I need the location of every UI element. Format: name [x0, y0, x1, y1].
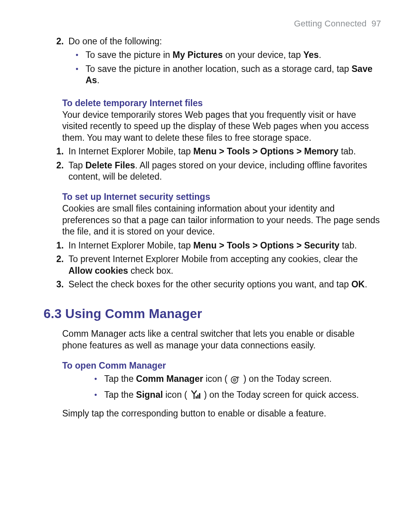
- page-number: 97: [371, 19, 381, 28]
- numbered-list: 1. In Internet Explorer Mobile, tap Menu…: [44, 240, 381, 290]
- step-number: 1.: [44, 146, 68, 157]
- running-header: Getting Connected 97: [44, 19, 381, 29]
- step-body: In Internet Explorer Mobile, tap Menu > …: [68, 240, 381, 251]
- bullet-text: Tap the Comm Manager icon ( ) on the Tod…: [104, 373, 381, 387]
- step-number: 2.: [44, 160, 68, 183]
- section-heading: 6.3 Using Comm Manager: [44, 306, 381, 321]
- bullet-icon: •: [87, 373, 104, 387]
- step-number: 3.: [44, 279, 68, 290]
- bullet-text: Tap the Signal icon ( ) on the Today scr…: [104, 389, 381, 402]
- numbered-list: 2. Do one of the following: • To save th…: [44, 36, 381, 89]
- step-body: To prevent Internet Explorer Mobile from…: [68, 254, 381, 276]
- list-item: • To save the picture in My Pictures on …: [68, 49, 381, 61]
- paragraph: Cookies are small files containing infor…: [44, 203, 381, 237]
- subheading-security: To set up Internet security settings: [44, 192, 381, 202]
- section-number: 6.3: [44, 306, 61, 321]
- step-number: 2.: [44, 254, 68, 276]
- bullet-list: • To save the picture in My Pictures on …: [68, 49, 381, 86]
- paragraph: Comm Manager acts like a central switche…: [44, 328, 381, 351]
- step-lead: Do one of the following:: [68, 36, 381, 47]
- manual-page: Getting Connected 97 2. Do one of the fo…: [0, 0, 420, 516]
- open-comm-block: • Tap the Comm Manager icon ( ) on the T…: [44, 373, 381, 402]
- step-body: In Internet Explorer Mobile, tap Menu > …: [68, 146, 381, 157]
- bullet-text: To save the picture in another location,…: [86, 63, 381, 86]
- bullet-icon: •: [68, 63, 86, 86]
- section-title: Using Comm Manager: [65, 306, 202, 321]
- signal-icon: [191, 390, 201, 402]
- step-body: Select the check boxes for the other sec…: [68, 279, 381, 290]
- svg-rect-6: [199, 393, 200, 399]
- bullet-text: To save the picture in My Pictures on yo…: [86, 49, 381, 61]
- step-body: Tap Delete Files. All pages stored on yo…: [68, 160, 381, 183]
- paragraph: Simply tap the corresponding button to e…: [44, 408, 381, 419]
- bullet-icon: •: [87, 389, 104, 402]
- subheading-delete-temp: To delete temporary Internet files: [44, 98, 381, 108]
- bullet-icon: •: [68, 49, 86, 61]
- svg-rect-4: [196, 396, 197, 399]
- step-body: Do one of the following: • To save the p…: [68, 36, 381, 89]
- subheading-open-comm: To open Comm Manager: [44, 360, 381, 371]
- list-item: 3. Select the check boxes for the other …: [44, 279, 381, 290]
- list-item: 2. Tap Delete Files. All pages stored on…: [44, 160, 381, 183]
- list-item: 1. In Internet Explorer Mobile, tap Menu…: [44, 240, 381, 251]
- paragraph: Your device temporarily stores Web pages…: [44, 109, 381, 143]
- numbered-list: 1. In Internet Explorer Mobile, tap Menu…: [44, 146, 381, 182]
- bullet-list: • Tap the Comm Manager icon ( ) on the T…: [87, 373, 381, 402]
- svg-point-2: [234, 380, 235, 380]
- chapter-name: Getting Connected: [294, 19, 367, 28]
- list-item: • Tap the Signal icon ( ) on the Today: [87, 389, 381, 402]
- svg-rect-5: [197, 395, 198, 399]
- step-number: 2.: [44, 36, 68, 89]
- list-item: • Tap the Comm Manager icon ( ) on the T…: [87, 373, 381, 387]
- list-item: 1. In Internet Explorer Mobile, tap Menu…: [44, 146, 381, 157]
- list-item: • To save the picture in another locatio…: [68, 63, 381, 86]
- list-item: 2. To prevent Internet Explorer Mobile f…: [44, 254, 381, 276]
- step-number: 1.: [44, 240, 68, 251]
- comm-manager-icon: [231, 375, 240, 387]
- list-item: 2. Do one of the following: • To save th…: [44, 36, 381, 89]
